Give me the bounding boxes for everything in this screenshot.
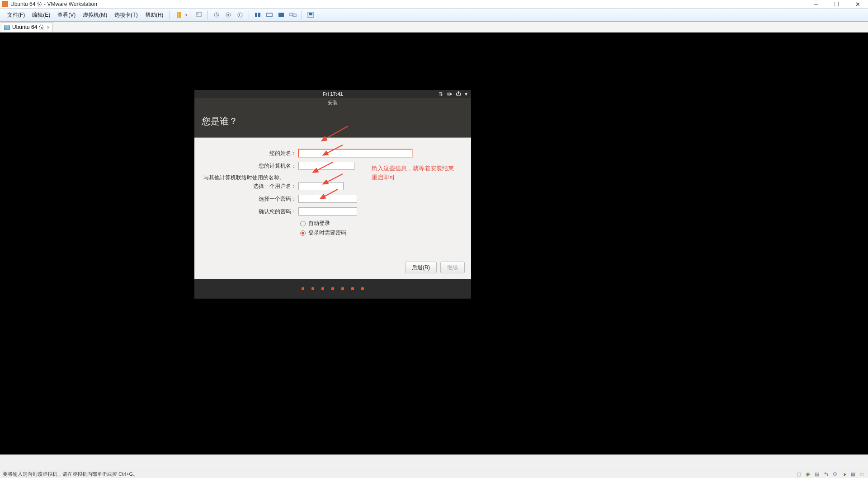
menu-file[interactable]: 文件(F) — [4, 11, 28, 19]
menu-view[interactable]: 查看(V) — [54, 11, 79, 19]
menu-vm[interactable]: 虚拟机(M) — [79, 11, 111, 19]
tab-close-button[interactable]: × — [47, 24, 50, 31]
svg-line-15 — [327, 145, 343, 153]
arrow-computer-icon — [325, 144, 345, 157]
pause-dropdown-icon[interactable]: ▾ — [185, 13, 187, 17]
message-log-icon[interactable]: ▭ — [859, 471, 865, 478]
system-tray[interactable]: ⇅ 🕪 ⏻ ▾ — [439, 91, 467, 97]
arrow-username-icon — [315, 161, 335, 174]
svg-line-16 — [317, 162, 333, 170]
svg-line-17 — [327, 174, 343, 182]
svg-line-18 — [324, 189, 338, 197]
radio-icon — [300, 221, 306, 226]
arrow-confirm-icon — [322, 188, 340, 200]
auto-login-radio[interactable]: 自动登录 — [300, 220, 462, 227]
printer-icon[interactable]: ▦ — [850, 471, 856, 478]
network-adapter-icon[interactable]: ⇆ — [823, 471, 829, 478]
vm-tab-icon — [4, 25, 10, 30]
installer-titlebar: 安装 — [194, 98, 471, 107]
svg-point-4 — [227, 14, 229, 16]
vm-tab-label: Ubuntu 64 位 — [12, 23, 44, 31]
svg-line-14 — [326, 126, 348, 139]
installer-footer: 后退(B) 继续 — [405, 262, 465, 273]
annotation-line1: 输入这些信息，就等着安装结束 — [372, 164, 454, 173]
dot-icon — [311, 287, 314, 290]
thumbnail-bar-button[interactable] — [306, 10, 316, 20]
svg-rect-11 — [293, 14, 296, 17]
continue-button[interactable]: 继续 — [440, 262, 465, 273]
confirm-label: 确认您的密码： — [203, 208, 298, 216]
disk-icon[interactable]: ▢ — [796, 471, 802, 478]
vm-tab[interactable]: Ubuntu 64 位 × — [1, 22, 53, 32]
app-icon — [2, 1, 8, 7]
dot-icon — [341, 287, 344, 290]
sound-icon[interactable]: 🕩 — [841, 471, 847, 478]
dot-icon — [321, 287, 324, 290]
menu-help[interactable]: 帮助(H) — [142, 11, 167, 19]
fullscreen-button[interactable] — [276, 10, 286, 20]
form-area: 您的姓名： 您的计算机名： 与其他计算机联络时使用的名称。 选择一个用户名： 选… — [194, 138, 471, 273]
svg-rect-10 — [290, 13, 293, 16]
fit-guest-button[interactable] — [253, 10, 263, 20]
svg-rect-7 — [258, 13, 260, 17]
gnome-topbar: Fri 17:41 ⇅ 🕪 ⏻ ▾ — [194, 90, 471, 98]
status-icons: ▢ ◉ ▤ ⇆ ⚙ 🕩 ▦ ▭ — [796, 471, 865, 478]
chevron-down-icon[interactable]: ▾ — [465, 91, 467, 97]
floppy-icon[interactable]: ▤ — [814, 471, 820, 478]
arrow-password-icon — [325, 173, 345, 186]
dot-icon — [361, 287, 364, 290]
pause-button[interactable] — [174, 10, 184, 20]
username-label: 选择一个用户名： — [203, 183, 298, 190]
send-ctrl-alt-del-button[interactable] — [194, 10, 204, 20]
separator — [208, 10, 208, 19]
volume-icon[interactable]: 🕪 — [447, 91, 452, 97]
arrow-name-icon — [323, 125, 350, 143]
svg-rect-6 — [255, 13, 257, 17]
window-titlebar: Ubuntu 64 位 - VMware Workstation ─ ❐ ✕ — [0, 0, 868, 8]
menu-tabs[interactable]: 选项卡(T) — [111, 11, 141, 19]
vm-console[interactable]: Fri 17:41 ⇅ 🕪 ⏻ ▾ 安装 您是谁？ 您的姓名： 您的计算机名： … — [0, 33, 868, 455]
separator — [170, 10, 170, 19]
name-input[interactable] — [298, 149, 412, 157]
menubar: 文件(F) 编辑(E) 查看(V) 虚拟机(M) 选项卡(T) 帮助(H) ▾ — [0, 8, 868, 22]
progress-dots — [194, 279, 471, 299]
status-text: 要将输入定向到该虚拟机，请在虚拟机内部单击或按 Ctrl+G。 — [3, 471, 138, 478]
usb-icon[interactable]: ⚙ — [832, 471, 838, 478]
svg-rect-1 — [197, 14, 198, 14]
clock-label: Fri 17:41 — [322, 91, 343, 97]
dot-icon — [302, 287, 304, 290]
password-label: 选择一个密码： — [203, 195, 298, 203]
dot-icon — [331, 287, 334, 290]
require-password-label: 登录时需要密码 — [308, 229, 346, 237]
snapshot-button[interactable] — [212, 10, 222, 20]
maximize-button[interactable]: ❐ — [826, 0, 847, 8]
name-label: 您的姓名： — [203, 150, 298, 157]
separator — [190, 10, 190, 19]
require-password-radio[interactable]: 登录时需要密码 — [300, 229, 462, 237]
multimonitor-button[interactable] — [288, 10, 298, 20]
annotation-text: 输入这些信息，就等着安装结束 重启即可 — [372, 164, 454, 182]
snapshot-manager-button[interactable] — [223, 10, 233, 20]
unity-button[interactable] — [264, 10, 274, 20]
auto-login-label: 自动登录 — [308, 220, 330, 227]
window-title: Ubuntu 64 位 - VMware Workstation — [10, 0, 97, 8]
power-icon[interactable]: ⏻ — [456, 91, 461, 97]
radio-checked-icon — [300, 230, 306, 236]
computer-label: 您的计算机名： — [203, 162, 298, 170]
back-button[interactable]: 后退(B) — [405, 262, 437, 273]
menu-edit[interactable]: 编辑(E) — [28, 11, 54, 19]
window-controls: ─ ❐ ✕ — [806, 0, 868, 8]
tabbar: Ubuntu 64 位 × — [0, 22, 868, 33]
svg-rect-0 — [196, 13, 202, 16]
network-icon[interactable]: ⇅ — [439, 91, 443, 97]
separator — [302, 10, 302, 19]
ubuntu-installer-window: Fri 17:41 ⇅ 🕪 ⏻ ▾ 安装 您是谁？ 您的姓名： 您的计算机名： … — [194, 90, 471, 299]
close-button[interactable]: ✕ — [847, 0, 868, 8]
svg-rect-9 — [278, 13, 284, 17]
minimize-button[interactable]: ─ — [806, 0, 826, 8]
cd-icon[interactable]: ◉ — [805, 471, 811, 478]
revert-snapshot-button[interactable] — [235, 10, 245, 20]
svg-rect-8 — [267, 13, 272, 17]
confirm-password-input[interactable] — [298, 207, 357, 216]
svg-rect-13 — [309, 13, 312, 15]
